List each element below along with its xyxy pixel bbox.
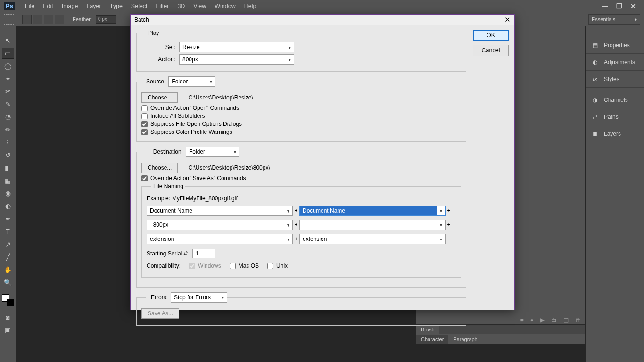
naming-field-2[interactable]: ▾ — [299, 206, 446, 216]
chevron-down-icon[interactable]: ▾ — [284, 220, 292, 230]
override-saveas-checkbox[interactable]: Override Action "Save As" Commands — [141, 175, 461, 181]
quickmask-icon[interactable]: ◙ — [2, 312, 14, 323]
set-select[interactable]: Resize▾ — [179, 42, 294, 52]
tab-character[interactable]: Character — [416, 335, 448, 344]
dialog-title-bar[interactable]: Batch ✕ — [131, 15, 514, 25]
naming-field-1-input[interactable] — [147, 206, 284, 215]
stop-icon[interactable]: ■ — [520, 317, 524, 323]
action-select[interactable]: 800px▾ — [179, 54, 294, 65]
move-tool-icon[interactable]: ↖ — [2, 35, 14, 46]
rail-adjustments[interactable]: ◐Adjustments — [586, 54, 644, 71]
path-select-tool-icon[interactable]: ↗ — [2, 239, 14, 250]
naming-field-3-input[interactable] — [147, 220, 284, 230]
menu-view[interactable]: View — [189, 1, 210, 11]
rail-styles[interactable]: fxStyles — [586, 71, 644, 88]
rail-channels[interactable]: ◑Channels — [586, 91, 644, 108]
chevron-down-icon[interactable]: ▾ — [437, 220, 445, 230]
errors-label: Errors: — [146, 294, 168, 301]
color-swatches[interactable] — [2, 294, 14, 306]
ok-button[interactable]: OK — [473, 30, 509, 41]
background-swatch[interactable] — [7, 299, 14, 306]
eraser-tool-icon[interactable]: ◧ — [2, 162, 14, 173]
record-icon[interactable]: ● — [530, 317, 534, 323]
naming-field-2-input[interactable] — [300, 206, 437, 215]
cancel-button[interactable]: Cancel — [473, 45, 509, 56]
zoom-tool-icon[interactable]: 🔍 — [2, 277, 14, 288]
blur-tool-icon[interactable]: ◉ — [2, 188, 14, 199]
selection-mode-add[interactable] — [33, 15, 42, 24]
compat-unix-checkbox[interactable]: Unix — [267, 263, 288, 269]
menu-3d[interactable]: 3D — [173, 1, 189, 11]
selection-mode-new[interactable] — [22, 15, 32, 24]
rail-properties[interactable]: ▤Properties — [586, 37, 644, 54]
naming-field-5[interactable]: ▾ — [147, 234, 293, 244]
chevron-down-icon[interactable]: ▾ — [284, 206, 292, 215]
include-subfolders-checkbox[interactable]: Include All Subfolders — [141, 113, 461, 119]
menu-layer[interactable]: Layer — [82, 1, 105, 11]
selection-mode-intersect[interactable] — [55, 15, 64, 24]
workspace-switcher[interactable]: Essentials ♦ — [588, 14, 640, 25]
brush-tool-icon[interactable]: ✏ — [2, 124, 14, 135]
serial-input[interactable] — [192, 249, 215, 258]
source-select[interactable]: Folder▾ — [168, 76, 215, 87]
rail-paths[interactable]: ⇄Paths — [586, 108, 644, 125]
close-button[interactable]: ✕ — [626, 1, 640, 11]
naming-field-5-input[interactable] — [147, 234, 284, 244]
active-tool-preview-icon[interactable] — [4, 14, 14, 25]
healing-brush-tool-icon[interactable]: ◔ — [2, 111, 14, 123]
type-tool-icon[interactable]: T — [2, 226, 14, 237]
suppress-open-checkbox[interactable]: Suppress File Open Options Dialogs — [141, 121, 461, 127]
naming-field-6-input[interactable] — [300, 234, 437, 244]
compat-mac-checkbox[interactable]: Mac OS — [230, 263, 259, 269]
line-tool-icon[interactable]: ╱ — [2, 251, 14, 263]
feather-input[interactable] — [96, 15, 116, 24]
clone-stamp-tool-icon[interactable]: ⌇ — [2, 137, 14, 148]
selection-mode-subtract[interactable] — [44, 15, 53, 24]
menu-edit[interactable]: Edit — [39, 1, 58, 11]
include-subfolders-label: Include All Subfolders — [150, 113, 205, 119]
screenmode-icon[interactable]: ▣ — [2, 324, 14, 336]
folder-icon[interactable]: 🗀 — [551, 317, 557, 323]
menu-help[interactable]: Help — [240, 1, 261, 11]
batch-dialog: Batch ✕ Play Set: Resize▾ Action: 800px▾ — [130, 14, 515, 310]
errors-select[interactable]: Stop for Errors▾ — [171, 292, 227, 303]
chevron-down-icon[interactable]: ▾ — [284, 234, 292, 244]
override-open-checkbox[interactable]: Override Action "Open" Commands — [141, 105, 461, 111]
dialog-close-icon[interactable]: ✕ — [504, 16, 511, 24]
destination-choose-button[interactable]: Choose... — [141, 163, 178, 173]
trash-icon[interactable]: 🗑 — [575, 317, 581, 323]
restore-button[interactable]: ❐ — [612, 1, 626, 11]
dodge-tool-icon[interactable]: ◐ — [2, 200, 14, 212]
menu-file[interactable]: File — [21, 1, 39, 11]
minimize-button[interactable]: — — [598, 1, 612, 11]
menu-filter[interactable]: Filter — [152, 1, 173, 11]
tab-paragraph[interactable]: Paragraph — [448, 335, 482, 344]
naming-field-6[interactable]: ▾ — [299, 234, 446, 244]
rail-layers[interactable]: ≣Layers — [586, 125, 644, 142]
source-choose-button[interactable]: Choose... — [141, 92, 178, 103]
menu-select[interactable]: Select — [127, 1, 152, 11]
lasso-tool-icon[interactable]: ◯ — [2, 60, 14, 72]
destination-select[interactable]: Folder▾ — [186, 147, 239, 157]
play-icon[interactable]: ▶ — [540, 317, 545, 323]
chevron-down-icon[interactable]: ▾ — [437, 234, 445, 244]
marquee-tool-icon[interactable]: ▭ — [2, 48, 14, 59]
action-label: Action: — [141, 56, 175, 63]
naming-field-1[interactable]: ▾ — [147, 206, 293, 216]
menu-image[interactable]: Image — [58, 1, 83, 11]
crop-tool-icon[interactable]: ✂ — [2, 86, 14, 97]
eyedropper-tool-icon[interactable]: ✎ — [2, 99, 14, 110]
pen-tool-icon[interactable]: ✒ — [2, 213, 14, 224]
magic-wand-tool-icon[interactable]: ✦ — [2, 73, 14, 84]
hand-tool-icon[interactable]: ✋ — [2, 264, 14, 275]
suppress-color-checkbox[interactable]: Suppress Color Profile Warnings — [141, 129, 461, 135]
menu-type[interactable]: Type — [106, 1, 127, 11]
history-brush-tool-icon[interactable]: ↺ — [2, 149, 14, 161]
naming-field-3[interactable]: ▾ — [147, 220, 293, 230]
naming-field-4[interactable]: ▾ — [299, 220, 446, 230]
new-icon[interactable]: ◫ — [563, 317, 569, 323]
gradient-tool-icon[interactable]: ▦ — [2, 175, 14, 186]
menu-window[interactable]: Window — [210, 1, 239, 11]
chevron-down-icon[interactable]: ▾ — [437, 206, 445, 215]
naming-field-4-input[interactable] — [300, 220, 437, 230]
